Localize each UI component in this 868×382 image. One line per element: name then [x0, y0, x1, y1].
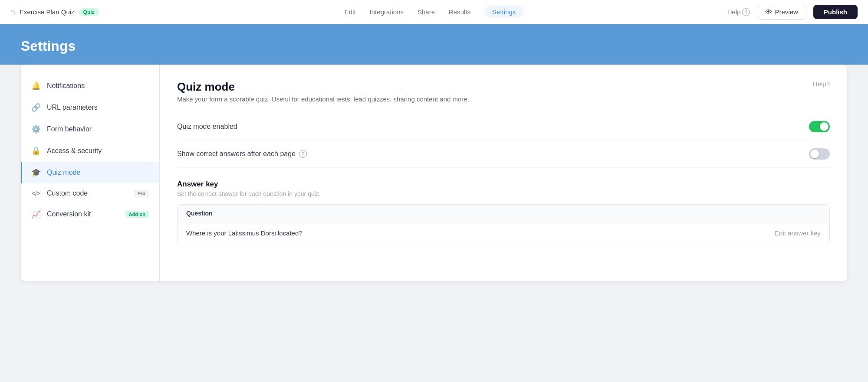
answer-key-section: Answer key Set the correct answer for ea…: [177, 180, 830, 244]
answer-table-row: Where is your Latissimus Dorsi located? …: [178, 222, 829, 244]
toggle-thumb: [820, 122, 829, 131]
answer-table-header: Question: [178, 205, 829, 222]
help-label: Help ?: [727, 8, 750, 16]
nav-link-share[interactable]: Share: [418, 7, 435, 17]
nav-link-integrations[interactable]: Integrations: [370, 7, 404, 17]
addon-badge: Add-on: [125, 211, 149, 218]
top-nav: ⌂ Exercise Plan Quiz Quiz Edit Integrati…: [0, 0, 868, 24]
breadcrumb: Exercise Plan Quiz: [20, 8, 75, 16]
sidebar-item-url-parameters[interactable]: 🔗 URL parameters: [21, 97, 159, 118]
main-panel: Quiz mode Make your form a scorable quiz…: [160, 65, 847, 281]
sidebar-item-label: URL parameters: [47, 104, 98, 111]
edit-answer-key-link[interactable]: Edit answer key: [775, 229, 821, 237]
link-icon: 🔗: [31, 103, 41, 112]
info-icon[interactable]: ?: [299, 150, 307, 158]
panel-subtitle: Make your form a scorable quiz. Useful f…: [177, 95, 469, 103]
answer-key-table: Question Where is your Latissimus Dorsi …: [177, 204, 830, 244]
sidebar-item-label: Quiz mode: [47, 169, 80, 176]
toggle-thumb-off: [810, 150, 819, 158]
sidebar-item-label: Access & security: [47, 147, 102, 155]
nav-link-edit[interactable]: Edit: [345, 7, 356, 17]
home-icon[interactable]: ⌂: [10, 7, 15, 16]
panel-title: Quiz mode: [177, 80, 469, 94]
setting-row-quiz-mode-enabled: Quiz mode enabled: [177, 113, 830, 140]
sidebar-item-access-security[interactable]: 🔒 Access & security: [21, 140, 159, 162]
settings-sidebar: 🔔 Notifications 🔗 URL parameters ⚙️ Form…: [21, 65, 160, 281]
sidebar-item-conversion-kit[interactable]: 📈 Conversion kit Add-on: [21, 203, 159, 225]
nav-link-results[interactable]: Results: [449, 7, 470, 17]
pro-badge: Pro: [134, 190, 149, 197]
answer-key-subtitle: Set the correct answer for each question…: [177, 190, 830, 197]
panel-title-block: Quiz mode Make your form a scorable quiz…: [177, 80, 469, 103]
sidebar-item-label: Form behavior: [47, 125, 92, 133]
sidebar-item-form-behavior[interactable]: ⚙️ Form behavior: [21, 118, 159, 140]
content-card: 🔔 Notifications 🔗 URL parameters ⚙️ Form…: [21, 65, 847, 281]
sidebar-item-label: Conversion kit: [47, 210, 91, 218]
nav-right: Help ? 👁 Preview Publish: [530, 5, 858, 20]
eye-icon: 👁: [765, 8, 772, 16]
show-correct-toggle[interactable]: [809, 148, 830, 160]
preview-button[interactable]: 👁 Preview: [757, 5, 806, 20]
chart-icon: 📈: [31, 209, 41, 219]
main-content: 🔔 Notifications 🔗 URL parameters ⚙️ Form…: [0, 65, 868, 302]
answer-key-title: Answer key: [177, 180, 830, 189]
setting-label-quiz-mode: Quiz mode enabled: [177, 123, 237, 131]
sidebar-item-custom-code[interactable]: </> Custom code Pro: [21, 183, 159, 203]
nav-link-settings[interactable]: Settings: [484, 6, 523, 18]
sidebar-item-quiz-mode[interactable]: 🎓 Quiz mode: [21, 162, 159, 183]
gear-icon: ⚙️: [31, 124, 41, 134]
help-icon[interactable]: ?: [742, 8, 750, 16]
sidebar-item-notifications[interactable]: 🔔 Notifications: [21, 75, 159, 97]
sidebar-item-label: Notifications: [47, 82, 85, 90]
publish-button[interactable]: Publish: [813, 5, 858, 19]
quiz-badge: Quiz: [79, 8, 99, 16]
setting-row-show-correct-answers: Show correct answers after each page ?: [177, 140, 830, 168]
quiz-icon: 🎓: [31, 168, 41, 177]
bell-icon: 🔔: [31, 81, 41, 91]
setting-label-show-correct: Show correct answers after each page ?: [177, 150, 307, 158]
quiz-mode-toggle[interactable]: [809, 121, 830, 132]
sidebar-item-label: Custom code: [47, 189, 88, 197]
panel-header: Quiz mode Make your form a scorable quiz…: [177, 80, 830, 103]
lock-icon: 🔒: [31, 146, 41, 156]
help-link[interactable]: Help?: [813, 80, 830, 88]
nav-left: ⌂ Exercise Plan Quiz Quiz: [10, 7, 338, 16]
code-icon: </>: [31, 190, 41, 197]
page-title: Settings: [21, 38, 847, 54]
nav-center: Edit Integrations Share Results Settings: [345, 6, 524, 18]
answer-question: Where is your Latissimus Dorsi located?: [186, 229, 302, 237]
